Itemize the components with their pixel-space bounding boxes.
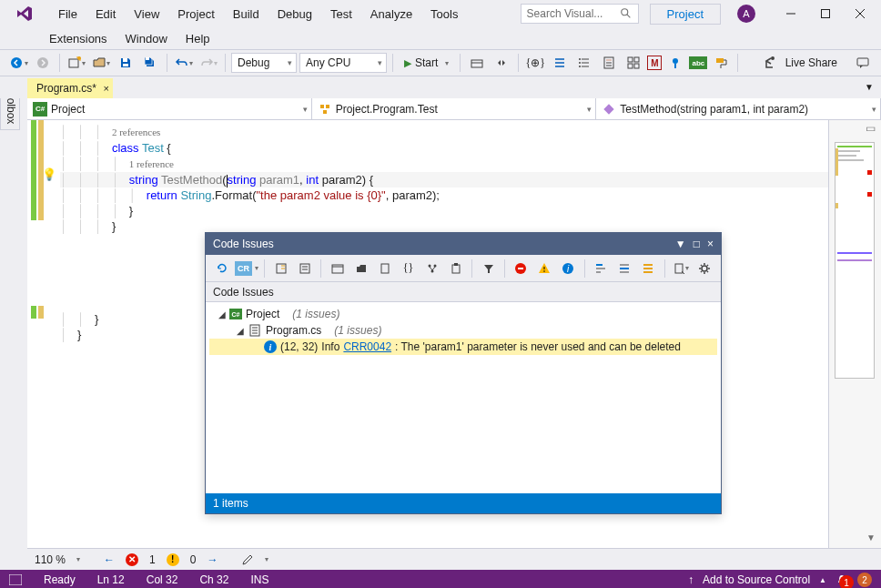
scroll-down-icon[interactable]: ▼ [866,532,876,542]
stop-icon[interactable] [511,258,532,279]
status-ins[interactable]: INS [250,573,268,586]
export-icon[interactable]: ▾ [671,258,692,279]
doc-icon[interactable] [598,52,620,74]
status-line[interactable]: Ln 12 [97,573,125,586]
tree-icon[interactable] [421,258,442,279]
menu-build[interactable]: Build [226,4,267,25]
filter-icon[interactable] [478,258,499,279]
output-icon[interactable] [9,574,22,585]
window-icon[interactable] [327,258,348,279]
badge-2[interactable]: 2 [857,573,872,587]
status-col[interactable]: Col 32 [147,573,178,586]
page-icon[interactable] [374,258,395,279]
doc2-icon[interactable] [294,258,315,279]
config-select[interactable]: Debug [231,53,297,73]
menu-project[interactable]: Project [170,4,221,25]
m-icon[interactable]: M [647,56,662,70]
map-preview[interactable] [835,142,875,379]
tab-program-cs[interactable]: Program.cs* × [27,78,113,98]
info-icon[interactable]: i [558,258,579,279]
search-input[interactable]: Search Visual... [521,4,639,24]
menu-help[interactable]: Help [178,28,218,49]
cr-icon[interactable]: CR [235,261,252,276]
status-ch[interactable]: Ch 32 [199,573,228,586]
gear-icon[interactable] [694,258,715,279]
undo-button[interactable]: ▾ [173,52,195,74]
codelens-refs2[interactable]: 2 references [112,127,160,137]
pencil-icon[interactable] [241,553,254,566]
align1-icon[interactable] [591,258,612,279]
window-dropdown-icon[interactable]: ▼ [675,238,686,250]
menu-window[interactable]: Window [118,28,175,49]
arrow-left-icon[interactable]: ← [104,553,115,566]
align3-icon[interactable] [638,258,659,279]
menu-file[interactable]: File [51,4,85,25]
menu-tools[interactable]: Tools [423,4,465,25]
source-control-button[interactable]: Add to Source Control [703,573,810,586]
align2-icon[interactable] [614,258,635,279]
redo-button[interactable]: ▾ [197,52,219,74]
menu-view[interactable]: View [127,4,167,25]
zoom-level[interactable]: 110 % [35,553,66,566]
pin-icon[interactable] [664,52,686,74]
menu-test[interactable]: Test [323,4,359,25]
liveshare-label[interactable]: Live Share [785,56,837,69]
refresh-icon[interactable] [211,258,232,279]
arrow-right-icon[interactable]: → [207,553,218,566]
nav-scope[interactable]: C# Project [27,98,312,119]
issue-row[interactable]: i (12, 32) Info CRR0042 : The 'param1' p… [209,339,717,355]
nav-class[interactable]: Project.Program.Test [312,98,597,119]
new-project-button[interactable]: ▾ [66,52,87,74]
clipboard-icon[interactable] [445,258,466,279]
tree-row-project[interactable]: ◢ C# Project (1 issues) [209,306,717,322]
window-close-icon[interactable]: × [707,238,714,250]
tree-arrow-icon[interactable]: ◢ [237,326,248,336]
grid-icon[interactable] [623,52,644,74]
tree-row-file[interactable]: ◢ Program.cs (1 issues) [209,322,717,339]
tool-btn-2[interactable] [491,52,512,74]
menu-analyze[interactable]: Analyze [363,4,420,25]
code-issues-titlebar[interactable]: Code Issues ▼ □ × [206,233,721,255]
folder-icon[interactable] [350,258,371,279]
tree-arrow-icon[interactable]: ◢ [218,309,229,319]
tab-overflow-icon[interactable]: ▼ [865,82,874,92]
save-button[interactable] [115,52,137,74]
menu-edit[interactable]: Edit [88,4,123,25]
tab-close-icon[interactable]: × [104,83,109,94]
platform-select[interactable]: Any CPU [299,53,387,73]
project-button[interactable]: Project [650,4,721,25]
code-issues-tree[interactable]: ◢ C# Project (1 issues) ◢ Program.cs (1 … [206,302,721,493]
map-scrollbar[interactable]: ▭ ▼ [828,120,881,548]
braces-icon[interactable]: {⊕} [524,52,546,74]
window-restore-icon[interactable]: □ [694,238,700,250]
nav-method[interactable]: TestMethod(string param1, int param2) [596,98,881,119]
codelens-refs1[interactable]: 1 reference [129,158,174,169]
minimize-button[interactable] [775,3,806,25]
back-button[interactable]: ▾ [7,52,29,74]
start-button[interactable]: ▶Start▾ [399,53,454,73]
menu-debug[interactable]: Debug [270,4,319,25]
list-icon[interactable] [549,52,571,74]
forward-button[interactable] [32,52,54,74]
menu-extensions[interactable]: Extensions [42,28,115,49]
doc1-icon[interactable] [270,258,291,279]
maximize-button[interactable] [810,3,841,25]
issue-code-link[interactable]: CRR0042 [343,340,391,353]
warning-icon[interactable] [534,258,555,279]
error-icon[interactable]: ✕ [126,553,138,566]
feedback-icon[interactable] [852,52,874,74]
save-all-button[interactable] [139,52,161,74]
paint-icon[interactable] [710,52,732,74]
warn-icon[interactable]: ! [167,553,179,566]
share-icon[interactable] [758,52,780,74]
list2-icon[interactable] [573,52,595,74]
abc-icon[interactable]: abc [689,56,707,69]
tool-btn-1[interactable] [466,52,488,74]
bell-icon[interactable]: 1 [835,573,848,586]
avatar[interactable]: A [737,5,755,23]
close-button[interactable] [845,3,876,25]
publish-icon[interactable]: ↑ [688,573,694,586]
braces2-icon[interactable]: {} [398,258,419,279]
split-icon[interactable]: ▭ [866,122,876,135]
open-button[interactable]: ▾ [90,52,112,74]
